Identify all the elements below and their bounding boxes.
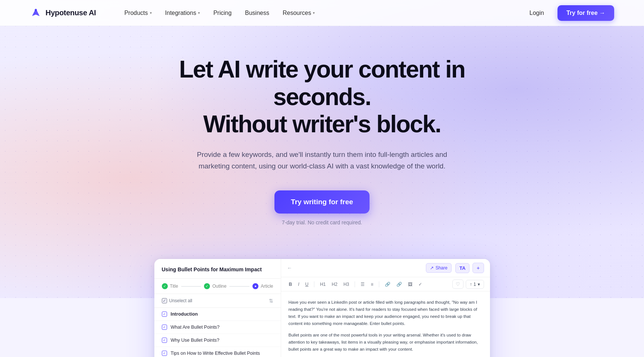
h2-button[interactable]: H2 <box>330 281 339 288</box>
underline-button[interactable]: U <box>304 281 311 288</box>
tips-check-icon: ✓ <box>162 351 167 356</box>
image-button[interactable]: 🖼 <box>406 281 414 288</box>
share-button[interactable]: ↗ Share <box>426 263 452 273</box>
nav-integrations[interactable]: Integrations ▾ <box>159 7 206 19</box>
app-demo: Using Bullet Points for Maximum Impact ✓… <box>154 259 490 357</box>
back-button[interactable]: ← <box>287 265 292 271</box>
intro-check-icon: ✓ <box>162 312 167 317</box>
left-panel: Using Bullet Points for Maximum Impact ✓… <box>154 259 281 357</box>
outline-item-what-are[interactable]: ✓ What Are Bullet Points? <box>154 321 281 334</box>
list-button[interactable]: ☰ <box>359 281 367 288</box>
try-for-free-button[interactable]: Try for free → <box>557 5 614 21</box>
fmt-divider-1 <box>314 281 314 287</box>
ordered-list-button[interactable]: ≡ <box>369 281 375 288</box>
nav-business[interactable]: Business <box>239 7 275 19</box>
panel-title: Using Bullet Points for Maximum Impact <box>154 266 281 279</box>
unselect-check-icon: ✓ <box>162 298 167 303</box>
link-button[interactable]: 🔗 <box>383 281 392 288</box>
step-outline: ✓ Outline <box>204 283 226 289</box>
outline-item-introduction[interactable]: ✓ Introduction <box>154 308 281 321</box>
bold-button[interactable]: B <box>287 281 294 288</box>
step-divider-1 <box>181 286 201 287</box>
content-para-1: Have you ever seen a LinkedIn post or ar… <box>289 299 483 327</box>
sort-icon[interactable]: ⇅ <box>269 298 273 304</box>
hero-subtitle: Provide a few keywords, and we'll instan… <box>195 149 449 172</box>
version-button[interactable]: ↑ 1 ▾ <box>466 280 484 289</box>
outline-item-why-use[interactable]: ✓ Why Use Bullet Points? <box>154 334 281 347</box>
italic-button[interactable]: I <box>296 281 301 288</box>
editor-content[interactable]: Have you ever seen a LinkedIn post or ar… <box>281 291 490 357</box>
h3-button[interactable]: H3 <box>342 281 351 288</box>
hero-section: Let AI write your content in seconds. Wi… <box>0 26 644 240</box>
h1-button[interactable]: H1 <box>318 281 327 288</box>
nav-resources[interactable]: Resources ▾ <box>277 7 321 19</box>
add-button[interactable]: + <box>472 263 484 273</box>
nav-products[interactable]: Products ▾ <box>118 7 157 19</box>
step-progress: ✓ Title ✓ Outline ● Article <box>154 279 281 294</box>
title-check-icon: ✓ <box>162 283 168 289</box>
format-toolbar: B I U H1 H2 H3 ☰ ≡ 🔗 🔗 🖼 ✓ ♡ ↑ 1 ▾ <box>281 277 490 291</box>
article-check-icon: ● <box>252 283 258 289</box>
logo-icon <box>30 7 42 19</box>
unselect-all-button[interactable]: ✓ Unselect all <box>162 298 192 303</box>
check-button[interactable]: ✓ <box>417 281 424 288</box>
outline-item-tips[interactable]: ✓ Tips on How to Write Effective Bullet … <box>154 347 281 357</box>
brand-name: Hypotenuse AI <box>45 9 96 17</box>
version-icon: ↑ <box>470 282 472 287</box>
step-divider-2 <box>229 286 249 287</box>
why-check-icon: ✓ <box>162 338 167 343</box>
outline-controls: ✓ Unselect all ⇅ <box>154 294 281 308</box>
editor-toolbar: ← ↗ Share TA + <box>281 259 490 277</box>
outline-check-icon: ✓ <box>204 283 210 289</box>
nav-links: Products ▾ Integrations ▾ Pricing Busine… <box>118 7 523 19</box>
fmt-divider-2 <box>355 281 355 287</box>
translate-button[interactable]: TA <box>455 263 469 273</box>
version-chevron-icon: ▾ <box>478 282 480 287</box>
right-panel: ← ↗ Share TA + B I U H1 H2 H3 ☰ ≡ 🔗 🔗 🖼 <box>281 259 490 357</box>
quote-button[interactable]: 🔗 <box>395 281 404 288</box>
hero-cta-button[interactable]: Try writing for free <box>274 190 370 214</box>
hero-title: Let AI write your content in seconds. Wi… <box>162 56 483 138</box>
version-number: 1 <box>474 282 476 287</box>
navbar: Hypotenuse AI Products ▾ Integrations ▾ … <box>0 0 644 26</box>
svg-point-0 <box>35 9 37 11</box>
nav-pricing[interactable]: Pricing <box>207 7 238 19</box>
integrations-chevron-icon: ▾ <box>198 11 200 15</box>
content-para-2: Bullet points are one of the most powerf… <box>289 332 483 353</box>
trial-note: 7-day trial. No credit card required. <box>15 219 629 225</box>
fmt-divider-3 <box>379 281 379 287</box>
products-chevron-icon: ▾ <box>150 11 152 15</box>
share-icon: ↗ <box>430 265 434 271</box>
favorite-button[interactable]: ♡ <box>452 279 464 289</box>
fmt-right: ♡ ↑ 1 ▾ <box>452 279 484 289</box>
step-title: ✓ Title <box>162 283 178 289</box>
login-button[interactable]: Login <box>524 7 550 19</box>
logo[interactable]: Hypotenuse AI <box>30 7 96 19</box>
what-check-icon: ✓ <box>162 325 167 330</box>
nav-right: Login Try for free → <box>524 5 614 21</box>
resources-chevron-icon: ▾ <box>313 11 315 15</box>
step-article: ● Article <box>252 283 273 289</box>
